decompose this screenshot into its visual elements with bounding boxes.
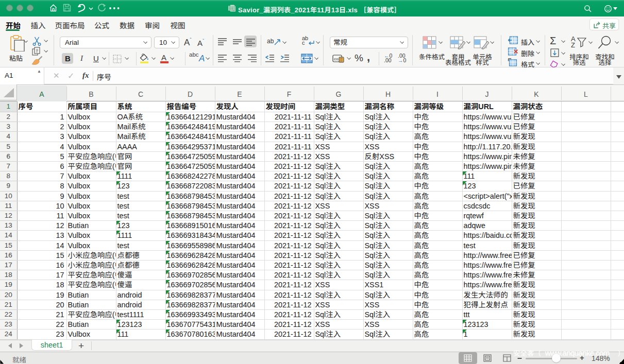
svg-text:co: co — [334, 57, 339, 61]
